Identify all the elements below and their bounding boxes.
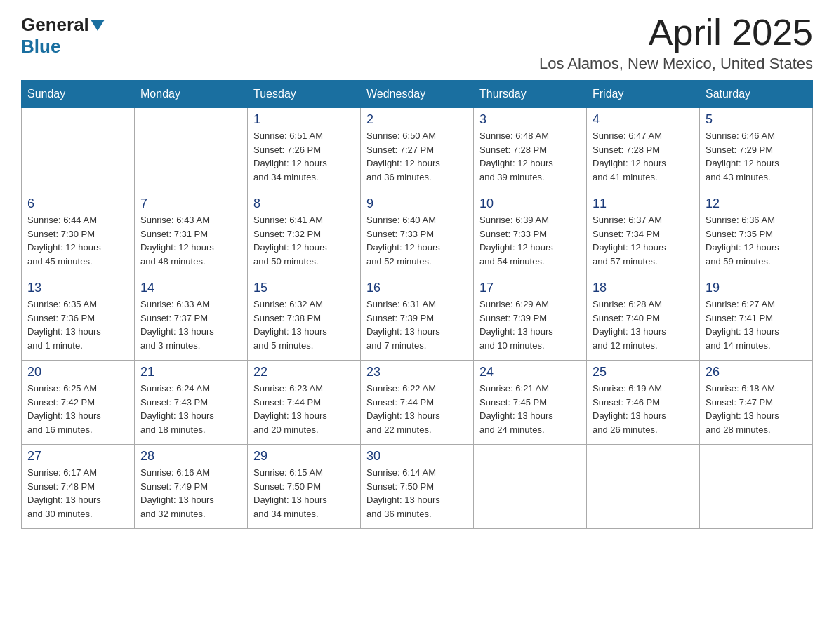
day-number: 3 xyxy=(479,112,581,127)
calendar-day-cell: 3Sunrise: 6:48 AM Sunset: 7:28 PM Daylig… xyxy=(474,108,587,192)
calendar-table: SundayMondayTuesdayWednesdayThursdayFrid… xyxy=(21,80,813,529)
page-header: General Blue April 2025 Los Alamos, New … xyxy=(21,14,813,73)
calendar-day-cell xyxy=(700,445,813,529)
day-info: Sunrise: 6:23 AM Sunset: 7:44 PM Dayligh… xyxy=(253,382,355,436)
calendar-day-cell xyxy=(135,108,248,192)
day-info: Sunrise: 6:35 AM Sunset: 7:36 PM Dayligh… xyxy=(27,297,128,352)
day-info: Sunrise: 6:46 AM Sunset: 7:29 PM Dayligh… xyxy=(706,129,807,184)
day-number: 16 xyxy=(366,281,468,295)
day-number: 10 xyxy=(479,196,581,211)
calendar-day-header: Sunday xyxy=(22,81,135,108)
calendar-day-header: Monday xyxy=(135,81,248,108)
day-number: 9 xyxy=(366,196,468,211)
calendar-day-header: Wednesday xyxy=(361,81,474,108)
calendar-day-cell: 27Sunrise: 6:17 AM Sunset: 7:48 PM Dayli… xyxy=(22,445,135,529)
calendar-day-cell: 28Sunrise: 6:16 AM Sunset: 7:49 PM Dayli… xyxy=(135,445,248,529)
calendar-day-cell: 29Sunrise: 6:15 AM Sunset: 7:50 PM Dayli… xyxy=(248,445,361,529)
day-info: Sunrise: 6:29 AM Sunset: 7:39 PM Dayligh… xyxy=(479,297,581,352)
day-number: 20 xyxy=(27,365,128,380)
day-info: Sunrise: 6:50 AM Sunset: 7:27 PM Dayligh… xyxy=(366,129,468,184)
day-info: Sunrise: 6:40 AM Sunset: 7:33 PM Dayligh… xyxy=(366,213,468,268)
logo: General Blue xyxy=(21,14,106,58)
calendar-week-row: 6Sunrise: 6:44 AM Sunset: 7:30 PM Daylig… xyxy=(22,192,813,276)
day-number: 2 xyxy=(366,112,468,127)
day-number: 19 xyxy=(706,281,807,295)
day-info: Sunrise: 6:25 AM Sunset: 7:42 PM Dayligh… xyxy=(27,382,128,436)
calendar-day-cell: 30Sunrise: 6:14 AM Sunset: 7:50 PM Dayli… xyxy=(361,445,474,529)
calendar-day-cell: 22Sunrise: 6:23 AM Sunset: 7:44 PM Dayli… xyxy=(248,361,361,445)
calendar-day-cell: 2Sunrise: 6:50 AM Sunset: 7:27 PM Daylig… xyxy=(361,108,474,192)
day-info: Sunrise: 6:32 AM Sunset: 7:38 PM Dayligh… xyxy=(253,297,355,352)
calendar-day-cell: 11Sunrise: 6:37 AM Sunset: 7:34 PM Dayli… xyxy=(587,192,700,276)
logo-triangle-icon xyxy=(91,20,105,31)
day-info: Sunrise: 6:17 AM Sunset: 7:48 PM Dayligh… xyxy=(27,466,128,521)
day-number: 11 xyxy=(593,196,694,211)
day-info: Sunrise: 6:15 AM Sunset: 7:50 PM Dayligh… xyxy=(253,466,355,521)
calendar-day-cell: 15Sunrise: 6:32 AM Sunset: 7:38 PM Dayli… xyxy=(248,276,361,361)
day-number: 22 xyxy=(253,365,355,380)
day-number: 13 xyxy=(27,281,128,295)
calendar-day-cell: 19Sunrise: 6:27 AM Sunset: 7:41 PM Dayli… xyxy=(700,276,813,361)
day-number: 6 xyxy=(27,196,128,211)
calendar-week-row: 1Sunrise: 6:51 AM Sunset: 7:26 PM Daylig… xyxy=(22,108,813,192)
calendar-day-cell: 13Sunrise: 6:35 AM Sunset: 7:36 PM Dayli… xyxy=(22,276,135,361)
calendar-day-cell: 24Sunrise: 6:21 AM Sunset: 7:45 PM Dayli… xyxy=(474,361,587,445)
calendar-header-row: SundayMondayTuesdayWednesdayThursdayFrid… xyxy=(22,81,813,108)
day-number: 30 xyxy=(366,449,468,464)
calendar-day-cell: 20Sunrise: 6:25 AM Sunset: 7:42 PM Dayli… xyxy=(22,361,135,445)
day-number: 4 xyxy=(593,112,694,127)
day-number: 29 xyxy=(253,449,355,464)
logo-general-text: General xyxy=(21,14,89,36)
calendar-day-cell: 9Sunrise: 6:40 AM Sunset: 7:33 PM Daylig… xyxy=(361,192,474,276)
day-info: Sunrise: 6:19 AM Sunset: 7:46 PM Dayligh… xyxy=(593,382,694,436)
day-number: 25 xyxy=(593,365,694,380)
day-number: 26 xyxy=(706,365,807,380)
calendar-day-cell: 21Sunrise: 6:24 AM Sunset: 7:43 PM Dayli… xyxy=(135,361,248,445)
day-info: Sunrise: 6:41 AM Sunset: 7:32 PM Dayligh… xyxy=(253,213,355,268)
calendar-day-header: Tuesday xyxy=(248,81,361,108)
calendar-day-header: Thursday xyxy=(474,81,587,108)
calendar-day-cell xyxy=(474,445,587,529)
calendar-day-cell: 17Sunrise: 6:29 AM Sunset: 7:39 PM Dayli… xyxy=(474,276,587,361)
day-info: Sunrise: 6:14 AM Sunset: 7:50 PM Dayligh… xyxy=(366,466,468,521)
title-section: April 2025 Los Alamos, New Mexico, Unite… xyxy=(539,14,813,73)
calendar-day-cell: 14Sunrise: 6:33 AM Sunset: 7:37 PM Dayli… xyxy=(135,276,248,361)
day-info: Sunrise: 6:16 AM Sunset: 7:49 PM Dayligh… xyxy=(140,466,241,521)
day-number: 5 xyxy=(706,112,807,127)
day-info: Sunrise: 6:24 AM Sunset: 7:43 PM Dayligh… xyxy=(140,382,241,436)
day-info: Sunrise: 6:48 AM Sunset: 7:28 PM Dayligh… xyxy=(479,129,581,184)
day-number: 18 xyxy=(593,281,694,295)
calendar-day-cell: 10Sunrise: 6:39 AM Sunset: 7:33 PM Dayli… xyxy=(474,192,587,276)
calendar-day-cell: 4Sunrise: 6:47 AM Sunset: 7:28 PM Daylig… xyxy=(587,108,700,192)
day-number: 17 xyxy=(479,281,581,295)
day-info: Sunrise: 6:39 AM Sunset: 7:33 PM Dayligh… xyxy=(479,213,581,268)
day-info: Sunrise: 6:28 AM Sunset: 7:40 PM Dayligh… xyxy=(593,297,694,352)
day-info: Sunrise: 6:51 AM Sunset: 7:26 PM Dayligh… xyxy=(253,129,355,184)
day-info: Sunrise: 6:36 AM Sunset: 7:35 PM Dayligh… xyxy=(706,213,807,268)
calendar-day-cell: 25Sunrise: 6:19 AM Sunset: 7:46 PM Dayli… xyxy=(587,361,700,445)
day-number: 12 xyxy=(706,196,807,211)
calendar-day-cell: 1Sunrise: 6:51 AM Sunset: 7:26 PM Daylig… xyxy=(248,108,361,192)
day-number: 8 xyxy=(253,196,355,211)
day-info: Sunrise: 6:33 AM Sunset: 7:37 PM Dayligh… xyxy=(140,297,241,352)
calendar-day-cell: 5Sunrise: 6:46 AM Sunset: 7:29 PM Daylig… xyxy=(700,108,813,192)
calendar-week-row: 27Sunrise: 6:17 AM Sunset: 7:48 PM Dayli… xyxy=(22,445,813,529)
calendar-week-row: 20Sunrise: 6:25 AM Sunset: 7:42 PM Dayli… xyxy=(22,361,813,445)
day-number: 1 xyxy=(253,112,355,127)
calendar-week-row: 13Sunrise: 6:35 AM Sunset: 7:36 PM Dayli… xyxy=(22,276,813,361)
month-year-title: April 2025 xyxy=(539,14,813,51)
calendar-day-cell: 18Sunrise: 6:28 AM Sunset: 7:40 PM Dayli… xyxy=(587,276,700,361)
calendar-day-header: Friday xyxy=(587,81,700,108)
calendar-day-cell: 26Sunrise: 6:18 AM Sunset: 7:47 PM Dayli… xyxy=(700,361,813,445)
day-info: Sunrise: 6:47 AM Sunset: 7:28 PM Dayligh… xyxy=(593,129,694,184)
logo-blue-text: Blue xyxy=(21,36,60,58)
day-info: Sunrise: 6:18 AM Sunset: 7:47 PM Dayligh… xyxy=(706,382,807,436)
day-number: 28 xyxy=(140,449,241,464)
day-number: 7 xyxy=(140,196,241,211)
day-number: 15 xyxy=(253,281,355,295)
calendar-day-cell xyxy=(587,445,700,529)
calendar-day-cell xyxy=(22,108,135,192)
calendar-day-cell: 23Sunrise: 6:22 AM Sunset: 7:44 PM Dayli… xyxy=(361,361,474,445)
location-subtitle: Los Alamos, New Mexico, United States xyxy=(539,55,813,73)
calendar-day-cell: 8Sunrise: 6:41 AM Sunset: 7:32 PM Daylig… xyxy=(248,192,361,276)
